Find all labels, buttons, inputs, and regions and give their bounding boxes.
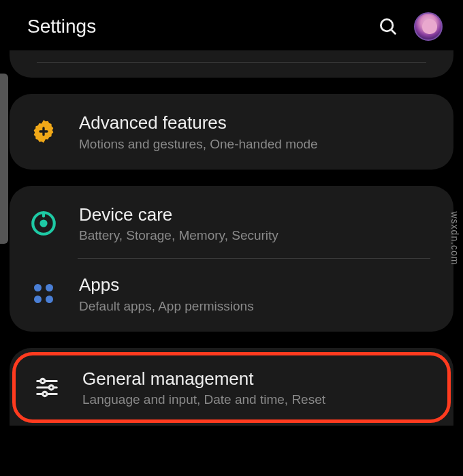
svg-point-0 bbox=[381, 19, 393, 31]
search-icon bbox=[378, 16, 398, 37]
row-title: Advanced features bbox=[79, 112, 433, 134]
svg-point-7 bbox=[49, 385, 53, 390]
apps-icon bbox=[25, 281, 63, 306]
svg-point-9 bbox=[43, 392, 47, 396]
settings-row-apps[interactable]: Apps Default apps, App permissions bbox=[10, 259, 453, 329]
page-title: Settings bbox=[27, 16, 374, 37]
svg-point-3 bbox=[39, 219, 47, 227]
settings-row-advanced-features[interactable]: Advanced features Motions and gestures, … bbox=[10, 97, 453, 167]
settings-row-device-care[interactable]: Device care Battery, Storage, Memory, Se… bbox=[10, 189, 453, 259]
settings-row-general-management[interactable]: General management Language and input, D… bbox=[12, 352, 451, 424]
svg-line-1 bbox=[392, 30, 396, 34]
row-title: General management bbox=[82, 368, 430, 390]
search-button[interactable] bbox=[374, 13, 402, 40]
row-title: Apps bbox=[79, 274, 433, 296]
watermark: wsxdn.com bbox=[449, 211, 460, 265]
row-subtitle: Battery, Storage, Memory, Security bbox=[79, 228, 433, 243]
row-subtitle: Motions and gestures, One-handed mode bbox=[79, 137, 433, 152]
settings-card: Advanced features Motions and gestures, … bbox=[10, 94, 453, 170]
row-title: Device care bbox=[79, 204, 433, 226]
settings-card: General management Language and input, D… bbox=[10, 348, 453, 426]
scroll-indicator[interactable] bbox=[0, 74, 8, 244]
previous-card-peek bbox=[10, 50, 453, 78]
device-care-icon bbox=[25, 209, 63, 238]
gear-icon bbox=[25, 118, 63, 145]
header: Settings bbox=[0, 0, 463, 50]
profile-avatar[interactable] bbox=[414, 12, 443, 41]
sliders-icon bbox=[28, 375, 66, 400]
settings-list: Advanced features Motions and gestures, … bbox=[0, 50, 463, 426]
settings-card: Device care Battery, Storage, Memory, Se… bbox=[10, 186, 453, 332]
svg-point-5 bbox=[41, 379, 45, 383]
row-subtitle: Language and input, Date and time, Reset bbox=[82, 392, 430, 407]
row-subtitle: Default apps, App permissions bbox=[79, 299, 433, 314]
